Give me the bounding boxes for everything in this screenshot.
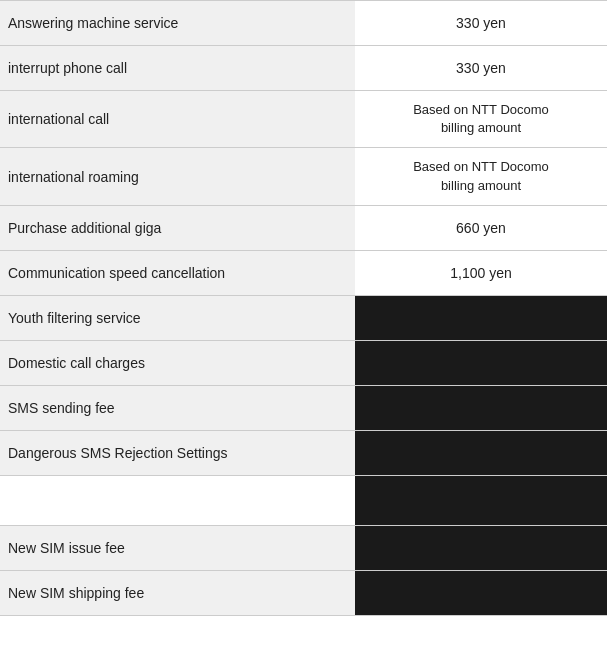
gap-value	[355, 476, 607, 525]
table-row: Domestic call charges	[0, 341, 607, 386]
value-international-roaming: Based on NTT Docomobilling amount	[355, 148, 607, 204]
value-new-sim-shipping	[355, 571, 607, 615]
gap-section	[0, 476, 607, 526]
label-interrupt-phone: interrupt phone call	[0, 46, 355, 90]
table-row: Dangerous SMS Rejection Settings	[0, 431, 607, 476]
table-row: interrupt phone call 330 yen	[0, 46, 607, 91]
table-row: New SIM shipping fee	[0, 571, 607, 616]
value-speed-cancellation: 1,100 yen	[355, 251, 607, 295]
label-domestic-call: Domestic call charges	[0, 341, 355, 385]
label-youth-filtering: Youth filtering service	[0, 296, 355, 340]
table-row: Answering machine service 330 yen	[0, 0, 607, 46]
value-dangerous-sms	[355, 431, 607, 475]
value-interrupt-phone: 330 yen	[355, 46, 607, 90]
pricing-table: Answering machine service 330 yen interr…	[0, 0, 607, 616]
label-dangerous-sms: Dangerous SMS Rejection Settings	[0, 431, 355, 475]
table-row: Youth filtering service	[0, 296, 607, 341]
table-row: international roaming Based on NTT Docom…	[0, 148, 607, 205]
table-row: Purchase additional giga 660 yen	[0, 206, 607, 251]
value-youth-filtering	[355, 296, 607, 340]
label-speed-cancellation: Communication speed cancellation	[0, 251, 355, 295]
table-row: Communication speed cancellation 1,100 y…	[0, 251, 607, 296]
label-new-sim-issue: New SIM issue fee	[0, 526, 355, 570]
value-domestic-call	[355, 341, 607, 385]
label-new-sim-shipping: New SIM shipping fee	[0, 571, 355, 615]
value-purchase-giga: 660 yen	[355, 206, 607, 250]
table-row: New SIM issue fee	[0, 526, 607, 571]
value-new-sim-issue	[355, 526, 607, 570]
label-international-call: international call	[0, 91, 355, 147]
table-row: international call Based on NTT Docomobi…	[0, 91, 607, 148]
value-sms-sending	[355, 386, 607, 430]
label-international-roaming: international roaming	[0, 148, 355, 204]
gap-label	[0, 476, 355, 525]
label-answering-machine: Answering machine service	[0, 1, 355, 45]
label-purchase-giga: Purchase additional giga	[0, 206, 355, 250]
value-answering-machine: 330 yen	[355, 1, 607, 45]
table-row: SMS sending fee	[0, 386, 607, 431]
label-sms-sending: SMS sending fee	[0, 386, 355, 430]
value-international-call: Based on NTT Docomobilling amount	[355, 91, 607, 147]
